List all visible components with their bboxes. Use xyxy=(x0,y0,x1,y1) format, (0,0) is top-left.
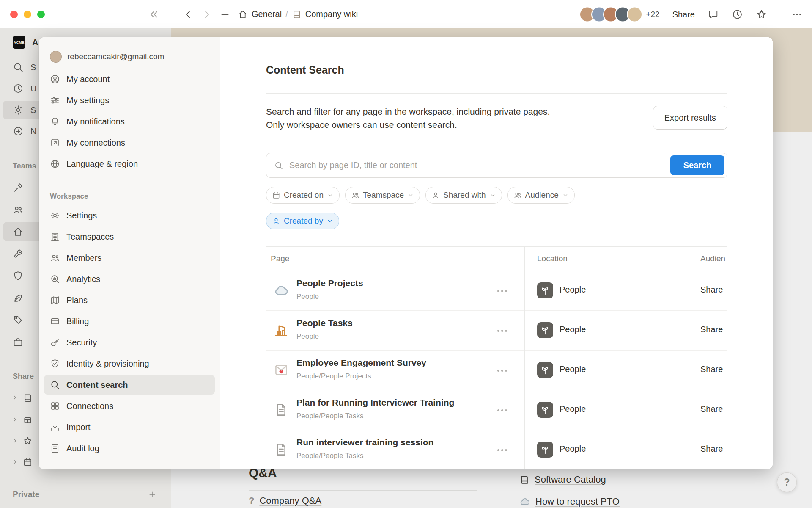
chevron-down-icon xyxy=(562,192,569,199)
settings-nav-content-search[interactable]: Content search xyxy=(44,375,215,395)
chevron-down-icon xyxy=(326,218,333,224)
nav-item-label: My notifications xyxy=(66,117,125,127)
minimize-window-button[interactable] xyxy=(24,11,31,18)
settings-dialog: rebeccamcakir@gmail.com My accountMy set… xyxy=(39,37,773,469)
page-icon xyxy=(273,441,290,458)
filter-chip-audience[interactable]: Audience xyxy=(508,187,575,204)
account-email: rebeccamcakir@gmail.com xyxy=(67,52,164,61)
settings-nav-members[interactable]: Members xyxy=(44,248,215,268)
row-menu-button[interactable] xyxy=(493,444,511,456)
page-title-cell[interactable]: Plan for Running Interviewer Training xyxy=(296,398,454,408)
page-description: Search and filter for any page in the wo… xyxy=(266,105,550,131)
settings-nav-my-connections[interactable]: My connections xyxy=(44,133,215,152)
nav-item-label: Import xyxy=(66,422,91,432)
page-path-cell: People xyxy=(296,332,319,341)
comments-icon[interactable] xyxy=(708,8,719,20)
content-search-panel: Content Search Search and filter for any… xyxy=(220,37,773,469)
filter-chip-label: Created on xyxy=(284,190,324,200)
nav-item-label: Security xyxy=(66,338,97,348)
settings-nav-my-settings[interactable]: My settings xyxy=(44,91,215,110)
teamspace-icon xyxy=(537,402,553,418)
filter-chip-created-by[interactable]: Created by xyxy=(266,213,339,229)
filter-chip-shared-with[interactable]: Shared with xyxy=(425,187,502,204)
settings-nav-analytics[interactable]: Analytics xyxy=(44,269,215,289)
company-wiki-icon xyxy=(292,9,302,19)
table-row: Run interviewer training sessionPeople/P… xyxy=(266,430,727,469)
book-icon xyxy=(292,9,302,19)
analytics-icon xyxy=(50,274,60,284)
settings-nav-teamspaces[interactable]: Teamspaces xyxy=(44,227,215,246)
people-icon xyxy=(50,253,60,263)
favorite-icon[interactable] xyxy=(756,8,767,20)
settings-nav-identity-provisioning[interactable]: Identity & provisioning xyxy=(44,354,215,373)
search-input[interactable] xyxy=(288,160,667,171)
export-results-button[interactable]: Export results xyxy=(653,106,727,130)
table-row: Plan for Running Interviewer TrainingPeo… xyxy=(266,390,727,430)
nav-item-label: Teamspaces xyxy=(66,232,114,242)
card-icon xyxy=(50,316,60,326)
plant-icon xyxy=(540,364,551,375)
page-title-cell[interactable]: Employee Engagement Survey xyxy=(296,358,426,368)
back-icon[interactable] xyxy=(183,9,194,20)
people-icon xyxy=(351,191,359,199)
user-avatar[interactable] xyxy=(627,6,642,22)
title-divider xyxy=(266,93,727,94)
plant-icon xyxy=(540,285,551,296)
nav-item-label: Audit log xyxy=(66,444,99,453)
share-button[interactable]: Share xyxy=(672,9,695,19)
page-title-cell[interactable]: People Projects xyxy=(296,278,363,288)
breadcrumb-page[interactable]: Company wiki xyxy=(305,9,358,19)
nav-item-label: Members xyxy=(66,253,102,263)
search-icon xyxy=(50,380,60,390)
globe-icon xyxy=(50,159,60,169)
settings-nav-import[interactable]: Import xyxy=(44,417,215,437)
breadcrumb: General / Company wiki xyxy=(238,9,358,19)
settings-nav-language-region[interactable]: Language & region xyxy=(44,154,215,174)
collapse-sidebar-icon[interactable] xyxy=(148,8,160,20)
updates-icon[interactable] xyxy=(732,8,743,20)
filter-chip-teamspace[interactable]: Teamspace xyxy=(345,187,420,204)
bell-icon xyxy=(50,116,60,127)
settings-nav-billing[interactable]: Billing xyxy=(44,312,215,331)
map-icon xyxy=(50,295,60,305)
chevron-down-icon xyxy=(407,192,414,199)
content-search-bar: Search xyxy=(266,153,727,178)
page-title-cell[interactable]: People Tasks xyxy=(296,318,353,328)
row-menu-button[interactable] xyxy=(493,285,511,296)
audience-cell: Share xyxy=(700,364,723,374)
settings-nav-my-account[interactable]: My account xyxy=(44,69,215,89)
close-window-button[interactable] xyxy=(10,11,18,18)
nav-item-label: Identity & provisioning xyxy=(66,359,149,369)
audience-cell: Share xyxy=(700,404,723,414)
more-options-icon[interactable] xyxy=(780,8,803,20)
filter-chip-created-on[interactable]: Created on xyxy=(266,187,340,204)
row-menu-button[interactable] xyxy=(493,365,511,376)
love-letter-icon xyxy=(274,362,289,378)
page-icon xyxy=(273,322,290,339)
settings-nav-plans[interactable]: Plans xyxy=(44,290,215,310)
nav-item-label: Settings xyxy=(66,211,97,221)
person-icon xyxy=(272,217,280,225)
settings-nav-my-notifications[interactable]: My notifications xyxy=(44,112,215,131)
forward-icon[interactable] xyxy=(201,9,212,20)
nav-item-label: Plans xyxy=(66,295,88,305)
table-row: People TasksPeoplePeopleShare xyxy=(266,311,727,351)
search-button[interactable]: Search xyxy=(670,155,724,175)
plant-icon xyxy=(540,444,551,455)
settings-nav-security[interactable]: Security xyxy=(44,333,215,352)
import-icon xyxy=(50,422,60,432)
teamspace-icon xyxy=(537,322,553,338)
arrow-up-right-icon xyxy=(50,138,60,148)
row-menu-button[interactable] xyxy=(493,325,511,336)
page-path-cell: People/People Tasks xyxy=(296,412,363,420)
avatar-overflow-count[interactable]: +22 xyxy=(646,10,659,19)
new-tab-icon[interactable] xyxy=(219,9,230,20)
settings-nav-settings[interactable]: Settings xyxy=(44,206,215,225)
settings-nav-connections[interactable]: Connections xyxy=(44,396,215,416)
zoom-window-button[interactable] xyxy=(37,11,45,18)
table-row: Employee Engagement SurveyPeople/People … xyxy=(266,351,727,390)
settings-nav-audit-log[interactable]: Audit log xyxy=(44,439,215,458)
page-title-cell[interactable]: Run interviewer training session xyxy=(296,437,433,447)
breadcrumb-root[interactable]: General xyxy=(252,9,282,19)
row-menu-button[interactable] xyxy=(493,405,511,416)
